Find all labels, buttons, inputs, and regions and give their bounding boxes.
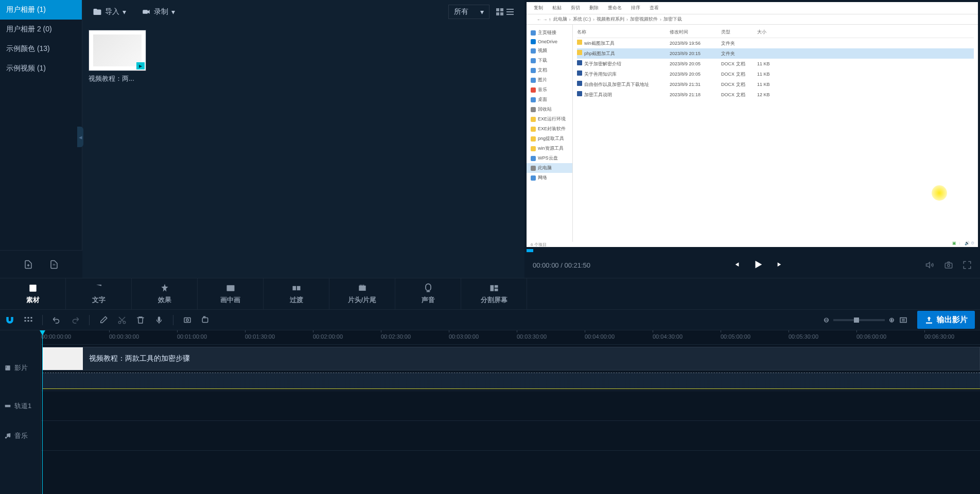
svg-rect-14: [34, 287, 35, 288]
svg-rect-29: [25, 320, 26, 322]
track-label-video: 影片: [0, 345, 41, 391]
folder-icon: [93, 7, 102, 16]
svg-rect-26: [25, 317, 26, 319]
filmstrip-icon: [4, 364, 11, 372]
magnet-tool[interactable]: [5, 315, 14, 325]
svg-rect-25: [494, 289, 498, 291]
cut-tool[interactable]: [117, 315, 127, 325]
svg-rect-23: [490, 285, 494, 291]
svg-rect-10: [29, 285, 36, 291]
media-item-label: 视频教程：两...: [89, 74, 146, 83]
svg-rect-19: [359, 286, 365, 291]
time-ruler[interactable]: 00:00:00:0000:00:30:0000:01:00:0000:01:3…: [41, 330, 980, 345]
svg-rect-35: [184, 317, 190, 322]
preview-scrubber[interactable]: [527, 249, 978, 252]
time-display: 00:00:00 / 00:21:50: [533, 261, 590, 269]
tab-intro[interactable]: 片头/片尾: [329, 278, 395, 309]
album-item[interactable]: 用户相册 (1): [0, 0, 82, 20]
edit-tool[interactable]: [99, 315, 108, 325]
export-icon: [924, 315, 934, 325]
svg-rect-39: [900, 317, 906, 322]
zoom-out-icon[interactable]: ⊖: [824, 316, 829, 324]
svg-rect-7: [506, 14, 514, 15]
svg-point-9: [948, 264, 950, 267]
media-item[interactable]: ▶ 视频教程：两...: [89, 30, 146, 83]
svg-rect-30: [28, 320, 29, 322]
extra-track-1[interactable]: [41, 391, 980, 421]
svg-rect-22: [363, 285, 364, 286]
volume-icon[interactable]: [925, 260, 935, 270]
svg-rect-27: [28, 317, 29, 319]
svg-rect-3: [496, 12, 499, 15]
next-frame-button[interactable]: [776, 260, 784, 270]
snapshot-icon[interactable]: [944, 260, 953, 270]
svg-rect-12: [30, 287, 31, 288]
svg-rect-0: [143, 10, 148, 14]
svg-rect-17: [292, 286, 296, 290]
svg-rect-37: [202, 317, 208, 322]
svg-point-36: [186, 319, 189, 321]
zoom-slider[interactable]: ⊖ ⊕: [824, 315, 908, 325]
tab-media[interactable]: 素材: [0, 278, 66, 309]
filter-dropdown[interactable]: 所有 ▾: [448, 5, 489, 19]
video-clip[interactable]: 视频教程：两款工具的加密步骤: [42, 347, 980, 370]
svg-rect-38: [204, 316, 205, 317]
svg-rect-2: [500, 8, 503, 11]
tab-transition[interactable]: 过渡: [264, 278, 329, 309]
file-ops-bar: [0, 250, 82, 278]
export-button[interactable]: 输出影片: [917, 311, 975, 329]
chevron-down-icon: ▾: [171, 8, 175, 16]
svg-rect-1: [496, 8, 499, 11]
tab-sound[interactable]: 声音: [395, 278, 461, 309]
tab-pip[interactable]: 画中画: [198, 278, 264, 309]
track-label-track1: 轨道1: [0, 391, 41, 421]
svg-rect-41: [6, 366, 7, 367]
chevron-down-icon: ▾: [122, 8, 126, 16]
playhead[interactable]: [42, 330, 43, 494]
marker-tool[interactable]: [24, 315, 33, 325]
record-tool[interactable]: [201, 315, 211, 325]
audio-waveform: [42, 373, 980, 389]
svg-rect-20: [360, 285, 361, 286]
camera-icon: [142, 7, 151, 16]
delete-file-icon[interactable]: [49, 259, 59, 270]
import-button[interactable]: 导入 ▾: [93, 7, 126, 16]
svg-rect-21: [361, 285, 362, 286]
prev-frame-button[interactable]: [732, 260, 740, 270]
tab-text[interactable]: 文字: [66, 278, 132, 309]
collapse-handle[interactable]: ◂: [77, 127, 83, 147]
svg-rect-24: [494, 285, 498, 288]
crop-tool[interactable]: [183, 315, 192, 325]
play-button[interactable]: [752, 259, 764, 272]
svg-rect-6: [506, 11, 514, 12]
album-item[interactable]: 用户相册 2 (0): [0, 20, 82, 39]
album-sidebar: 用户相册 (1)用户相册 2 (0)示例颜色 (13)示例视频 (1): [0, 0, 82, 250]
delete-tool[interactable]: [136, 315, 145, 325]
redo-button[interactable]: [71, 315, 80, 325]
undo-button[interactable]: [52, 315, 61, 325]
music-track[interactable]: [41, 421, 980, 451]
new-file-icon[interactable]: [24, 259, 33, 270]
album-item[interactable]: 示例颜色 (13): [0, 39, 82, 59]
grid-view-icon[interactable]: [496, 8, 504, 16]
zoom-in-icon[interactable]: ⊕: [889, 316, 895, 324]
svg-rect-11: [30, 286, 31, 287]
tab-split[interactable]: 分割屏幕: [461, 278, 527, 309]
voiceover-tool[interactable]: [154, 315, 164, 325]
zoom-fit-icon[interactable]: [899, 315, 908, 325]
fullscreen-icon[interactable]: [962, 260, 972, 270]
tab-effect[interactable]: 效果: [132, 278, 198, 309]
svg-rect-4: [500, 12, 503, 15]
svg-rect-43: [5, 405, 11, 408]
track-icon: [4, 402, 11, 410]
album-item[interactable]: 示例视频 (1): [0, 59, 82, 78]
list-view-icon[interactable]: [506, 8, 514, 16]
svg-rect-13: [34, 286, 35, 287]
chevron-down-icon: ▾: [480, 8, 484, 16]
svg-rect-8: [945, 263, 952, 268]
video-track[interactable]: 视频教程：两款工具的加密步骤: [41, 345, 980, 391]
record-button[interactable]: 录制 ▾: [142, 7, 175, 16]
svg-rect-18: [296, 286, 300, 290]
svg-rect-16: [231, 288, 234, 290]
music-icon: [4, 432, 11, 439]
